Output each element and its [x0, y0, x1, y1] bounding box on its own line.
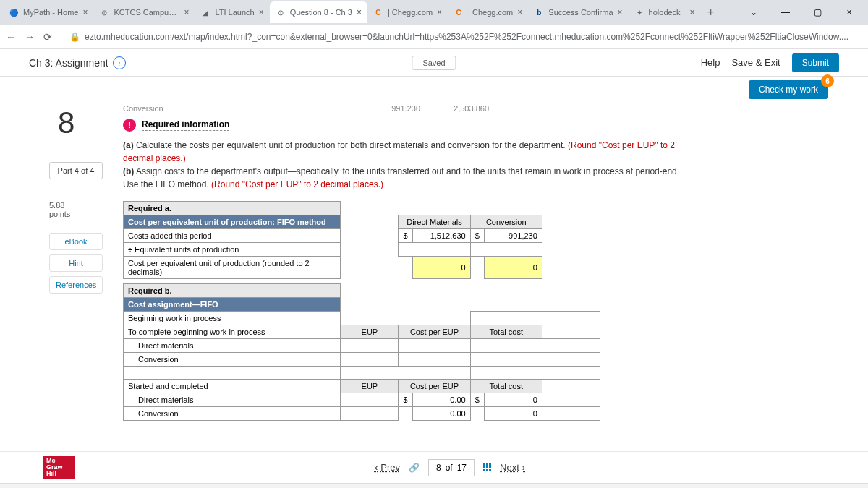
url-input[interactable]: 🔒 ezto.mheducation.com/ext/map/index.htm…: [61, 27, 857, 47]
tab-chegg2[interactable]: C| Chegg.com×: [448, 1, 528, 23]
close-icon[interactable]: ×: [184, 7, 189, 17]
chevron-down-icon[interactable]: ⌄: [738, 1, 770, 23]
next-button[interactable]: Next›: [500, 462, 525, 473]
save-exit-link[interactable]: Save & Exit: [731, 57, 780, 68]
question-number: 8: [58, 106, 110, 140]
tab-icon: ⊙: [276, 7, 286, 17]
sc-conv-label: Conversion: [124, 407, 341, 421]
question-content: Conversion 991.230 2,503.860 ! Required …: [110, 103, 868, 451]
saved-indicator: Saved: [412, 56, 456, 70]
hint-link[interactable]: Hint: [49, 254, 103, 272]
cpu-dm-output: 0: [412, 257, 470, 279]
tab-success[interactable]: bSuccess Confirma×: [528, 1, 628, 23]
assignment-header: Ch 3: Assignment i Saved Help Save & Exi…: [0, 49, 868, 77]
close-window-button[interactable]: ×: [833, 1, 865, 23]
info-icon[interactable]: i: [113, 56, 126, 69]
cpe-input[interactable]: [399, 339, 470, 353]
costs-added-label: Costs added this period: [124, 229, 341, 243]
close-icon[interactable]: ×: [618, 7, 623, 17]
tab-lti[interactable]: ◢LTI Launch×: [195, 1, 269, 23]
forward-button[interactable]: →: [25, 28, 35, 46]
tab-mypath[interactable]: 🔵MyPath - Home×: [3, 1, 93, 23]
close-icon[interactable]: ×: [259, 7, 264, 17]
question-sidebar: 8 Part 4 of 4 5.88 points eBook Hint Ref…: [0, 103, 110, 451]
sc-dm-label: Direct materials: [124, 393, 341, 407]
beg-wip-input[interactable]: [470, 312, 542, 325]
conv-row-label: Conversion: [124, 353, 341, 367]
tab-icon: ✦: [634, 7, 644, 17]
main-content: 8 Part 4 of 4 5.88 points eBook Hint Ref…: [0, 103, 868, 451]
tab-icon: C: [373, 7, 383, 17]
equiv-dm-input[interactable]: [399, 243, 470, 257]
fifo-header: Cost per equivalent unit of production: …: [124, 215, 341, 229]
points-display: 5.88 points: [49, 201, 110, 218]
eup-input[interactable]: [341, 339, 399, 353]
instructions-text: (a) Calculate the costs per equivalent u…: [123, 139, 687, 191]
reload-button[interactable]: ⟳: [43, 28, 52, 46]
attempts-badge: 6: [821, 74, 834, 87]
address-bar: ← → ⟳ 🔒 ezto.mheducation.com/ext/map/ind…: [0, 25, 868, 49]
total-input[interactable]: [470, 339, 542, 353]
assignment-title: Ch 3: Assignment i: [29, 56, 126, 69]
warning-icon: !: [123, 119, 136, 132]
costs-dm-input[interactable]: 1,512,630: [412, 229, 470, 243]
back-button[interactable]: ←: [6, 28, 16, 46]
close-icon[interactable]: ×: [82, 7, 88, 17]
mcgraw-hill-logo: McGrawHill: [43, 456, 75, 479]
tab-holodeck[interactable]: ✦holodeck×: [629, 1, 701, 23]
page-indicator: 8of17: [428, 459, 475, 476]
section-header: Required a.: [124, 202, 341, 215]
started-completed-label: Started and completed: [124, 380, 341, 393]
maximize-button[interactable]: ▢: [801, 1, 833, 23]
tab-icon: C: [454, 7, 464, 17]
part-indicator: Part 4 of 4: [49, 162, 103, 179]
cpu-conv-output: 0: [484, 257, 542, 279]
lock-icon: 🔒: [69, 32, 80, 42]
minimize-button[interactable]: —: [770, 1, 801, 23]
ebook-link[interactable]: eBook: [49, 233, 103, 250]
cost-assign-header: Cost assignment—FIFO: [124, 298, 341, 312]
beg-wip-label: Beginning work in process: [124, 312, 341, 325]
sc-dm-cpe: 0.00: [412, 393, 470, 407]
grid-view-icon[interactable]: [483, 463, 491, 471]
equiv-conv-input[interactable]: [470, 243, 542, 257]
browser-tab-strip: 🔵MyPath - Home× ⊙KCTCS Campus So× ◢LTI L…: [0, 0, 868, 25]
equiv-units-label: ÷ Equivalent units of production: [124, 243, 341, 257]
cpe-input[interactable]: [399, 353, 470, 367]
new-tab-button[interactable]: +: [701, 2, 721, 22]
sc-dm-total: 0: [484, 393, 542, 407]
windows-taskbar: ⊞ 📁 📧 🔵 ˄ ☁ ENG 📶 🔊 🔋 6:38 PM10/28/2022: [0, 483, 868, 488]
eup-input[interactable]: [341, 353, 399, 367]
references-link[interactable]: References: [49, 276, 103, 294]
eup-input[interactable]: [341, 407, 399, 421]
check-work-row: Check my work 6: [0, 77, 868, 103]
close-icon[interactable]: ×: [690, 7, 695, 17]
tab-icon: ◢: [200, 7, 210, 17]
eup-input[interactable]: [341, 393, 399, 407]
question-pager: ‹Prev 🔗 8of17 Next›: [375, 459, 525, 476]
complete-beg-label: To complete beginning work in process: [124, 325, 341, 339]
link-icon[interactable]: 🔗: [409, 463, 420, 473]
sc-conv-total: 0: [484, 407, 542, 421]
close-icon[interactable]: ×: [517, 7, 522, 17]
cpu-label: Cost per equivalent unit of production (…: [124, 257, 341, 279]
close-icon[interactable]: ×: [357, 7, 362, 17]
costs-conv-input[interactable]: 991,230: [484, 229, 542, 243]
section-header: Required b.: [124, 284, 341, 298]
total-input[interactable]: [470, 353, 542, 367]
prev-button[interactable]: ‹Prev: [375, 462, 400, 473]
tab-chegg1[interactable]: C| Chegg.com×: [367, 1, 448, 23]
page-footer: McGrawHill ‹Prev 🔗 8of17 Next›: [0, 451, 868, 483]
prior-data-row: Conversion 991.230 2,503.860: [123, 103, 832, 114]
tab-icon: ⊙: [99, 7, 109, 17]
tab-icon: 🔵: [9, 7, 19, 17]
tab-kctcs[interactable]: ⊙KCTCS Campus So×: [93, 1, 195, 23]
required-info-banner[interactable]: ! Required information: [123, 119, 832, 132]
dm-row-label: Direct materials: [124, 339, 341, 353]
sc-conv-cpe: 0.00: [412, 407, 470, 421]
close-icon[interactable]: ×: [437, 7, 442, 17]
tab-question-active[interactable]: ⊙Question 8 - Ch 3×: [270, 1, 367, 23]
help-link[interactable]: Help: [701, 57, 720, 68]
check-my-work-button[interactable]: Check my work 6: [749, 80, 828, 99]
submit-button[interactable]: Submit: [792, 53, 839, 72]
